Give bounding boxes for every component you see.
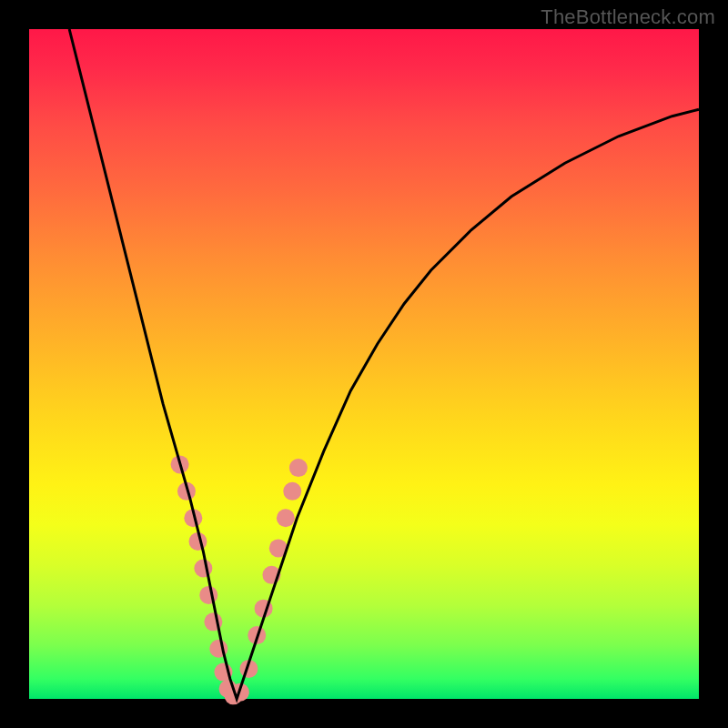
marker-dot [283,482,301,500]
plot-area [29,29,699,699]
marker-dot [289,459,308,477]
chart-frame: TheBottleneck.com [0,0,728,728]
markers-group [171,455,308,704]
bottleneck-curve-path [69,29,699,699]
chart-svg [29,29,699,699]
marker-dot [277,509,295,527]
watermark-text: TheBottleneck.com [541,5,715,29]
marker-dot [194,559,212,577]
marker-dot [199,586,217,604]
